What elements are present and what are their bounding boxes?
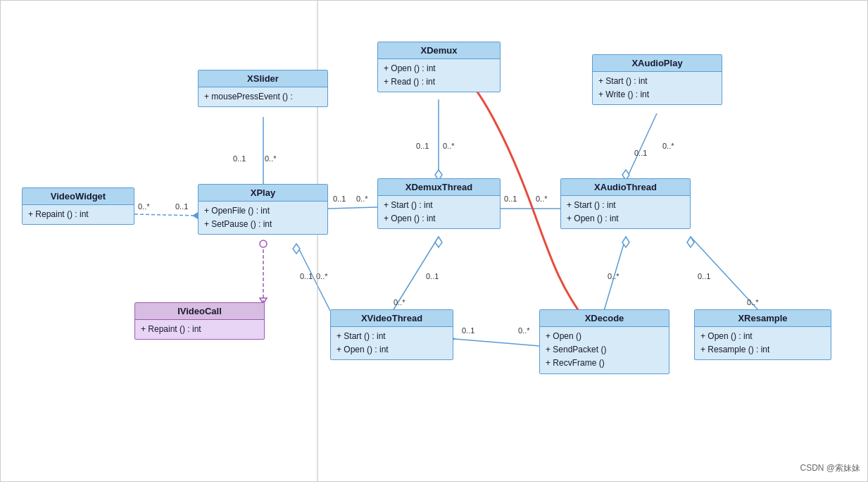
svg-text:0..1: 0..1: [416, 142, 429, 150]
svg-line-35: [691, 237, 759, 311]
svg-line-28: [626, 113, 657, 180]
method: + Write () : int: [598, 88, 716, 101]
method: + Resample () : int: [700, 343, 825, 357]
method: + Open () : int: [384, 212, 494, 225]
svg-point-12: [260, 240, 267, 247]
class-xresample-title: XResample: [695, 310, 831, 327]
class-xvideothread-body: + Start () : int + Open () : int: [331, 327, 453, 359]
svg-line-39: [455, 339, 539, 346]
svg-marker-23: [435, 237, 442, 247]
class-xslider-body: + mousePressEvent () :: [199, 87, 327, 106]
class-xdemux-body: + Open () : int + Read () : int: [378, 59, 500, 92]
class-xaudioplay: XAudioPlay + Start () : int + Write () :…: [592, 54, 722, 105]
svg-text:0..1: 0..1: [462, 326, 474, 335]
svg-line-21: [393, 237, 439, 311]
method: + Start () : int: [336, 330, 447, 343]
svg-marker-1: [192, 212, 198, 219]
class-xaudiothread-body: + Start () : int + Open () : int: [561, 196, 690, 228]
svg-text:0..1: 0..1: [426, 272, 439, 280]
svg-marker-33: [622, 237, 629, 247]
class-ivideocall: IVideoCall + Repaint () : int: [134, 302, 265, 340]
class-xdemuxthread: XDemuxThread + Start () : int + Open () …: [377, 178, 501, 229]
method: + Open (): [546, 330, 663, 343]
class-xvideothread: XVideoThread + Start () : int + Open () …: [330, 309, 453, 360]
watermark: CSDN @索妹妹: [800, 462, 860, 474]
class-xdemuxthread-title: XDemuxThread: [378, 179, 500, 196]
method: + SendPacket (): [546, 343, 663, 357]
method: + OpenFile () : int: [204, 204, 322, 218]
class-xplay-body: + OpenFile () : int + SetPause () : int: [199, 202, 327, 234]
class-xresample: XResample + Open () : int + Resample () …: [694, 309, 831, 360]
class-videowidget-title: VideoWidget: [23, 188, 134, 205]
method: + Open () : int: [336, 343, 447, 357]
class-xplay-title: XPlay: [199, 185, 327, 202]
svg-marker-16: [293, 244, 300, 254]
svg-text:0..*: 0..*: [608, 272, 619, 280]
class-xdemux-title: XDemux: [378, 42, 500, 59]
class-xvideothread-title: XVideoThread: [331, 310, 453, 327]
class-videowidget-body: + Repaint () : int: [23, 205, 134, 224]
svg-text:0..*: 0..*: [443, 142, 455, 150]
svg-line-13: [296, 244, 330, 311]
method: + Start () : int: [598, 75, 716, 88]
svg-text:0..*: 0..*: [356, 194, 368, 203]
svg-text:0..*: 0..*: [662, 142, 674, 150]
svg-text:0..1: 0..1: [333, 194, 346, 203]
method: + Repaint () : int: [141, 323, 258, 336]
svg-text:0..1: 0..1: [634, 149, 647, 157]
method: + Open () : int: [700, 330, 825, 343]
method: + Start () : int: [567, 199, 684, 212]
svg-text:0..*: 0..*: [518, 326, 530, 335]
svg-text:0..1: 0..1: [300, 272, 313, 280]
diagram-container: 0..* 0..1 0..1 0..* 0..1 0..* 0..1 0..* …: [0, 0, 868, 482]
method: + Open () : int: [567, 212, 684, 225]
class-xslider-title: XSlider: [199, 70, 327, 87]
class-xaudioplay-body: + Start () : int + Write () : int: [593, 72, 722, 104]
method: + Start () : int: [384, 199, 494, 212]
svg-text:0..1: 0..1: [233, 154, 246, 163]
svg-line-7: [328, 207, 377, 209]
class-videowidget: VideoWidget + Repaint () : int: [22, 187, 134, 225]
class-xresample-body: + Open () : int + Resample () : int: [695, 327, 831, 359]
svg-text:0..1: 0..1: [175, 202, 188, 211]
svg-marker-36: [687, 237, 694, 247]
method: + RecvFrame (): [546, 357, 663, 370]
svg-text:0..*: 0..*: [536, 194, 548, 203]
class-ivideocall-body: + Repaint () : int: [135, 320, 264, 339]
svg-text:0..*: 0..*: [138, 202, 150, 211]
class-xslider: XSlider + mousePressEvent () :: [198, 70, 328, 107]
method: + Repaint () : int: [28, 208, 128, 221]
svg-text:0..*: 0..*: [265, 154, 277, 163]
class-xdecode: XDecode + Open () + SendPacket () + Recv…: [539, 309, 669, 374]
method: + SetPause () : int: [204, 218, 322, 231]
class-xplay: XPlay + OpenFile () : int + SetPause () …: [198, 184, 328, 235]
class-xaudiothread-title: XAudioThread: [561, 179, 690, 196]
method: + Read () : int: [384, 75, 494, 89]
class-xdecode-title: XDecode: [540, 310, 669, 327]
class-xdemux: XDemux + Open () : int + Read () : int: [377, 42, 501, 92]
class-ivideocall-title: IVideoCall: [135, 303, 264, 320]
svg-line-0: [134, 214, 198, 216]
svg-text:0..1: 0..1: [504, 194, 517, 203]
class-xaudioplay-title: XAudioPlay: [593, 55, 722, 72]
method: + Open () : int: [384, 62, 494, 75]
method: + mousePressEvent () :: [204, 90, 322, 104]
svg-text:0..1: 0..1: [698, 272, 710, 280]
svg-line-32: [604, 237, 626, 311]
class-xdemuxthread-body: + Start () : int + Open () : int: [378, 196, 500, 228]
class-xdecode-body: + Open () + SendPacket () + RecvFrame (): [540, 327, 669, 373]
svg-text:0..*: 0..*: [316, 272, 328, 280]
class-xaudiothread: XAudioThread + Start () : int + Open () …: [560, 178, 691, 229]
svg-text:0..*: 0..*: [747, 298, 759, 307]
svg-text:0..*: 0..*: [394, 298, 405, 307]
